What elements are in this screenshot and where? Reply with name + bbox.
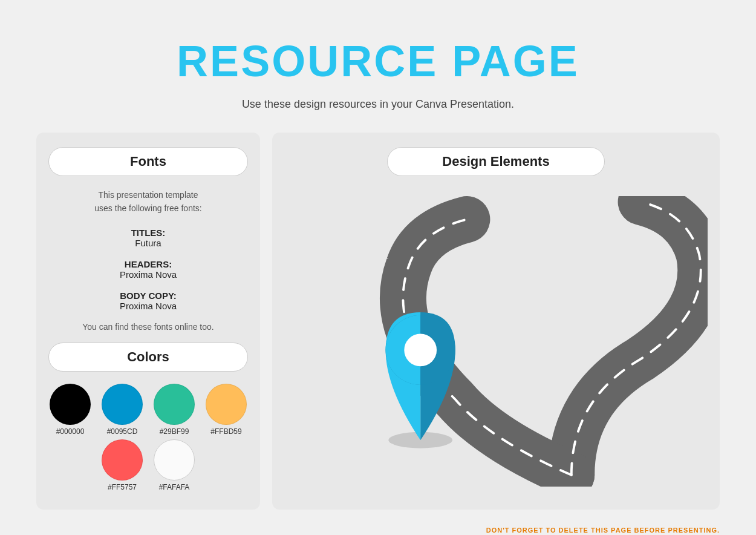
page-wrapper: RESOURCE PAGE Use these design resources…: [0, 0, 756, 535]
font-online-note: You can find these fonts online too.: [48, 322, 248, 332]
color-swatch: #FFBD59: [206, 384, 247, 436]
colors-section: Colors #000000#0095CD#29BF99#FFBD59 #FF5…: [48, 343, 248, 491]
left-panel: Fonts This presentation template uses th…: [36, 133, 260, 510]
page-title: RESOURCE PAGE: [177, 36, 579, 86]
color-swatch: #000000: [50, 384, 91, 436]
color-circle: [154, 439, 195, 481]
design-illustration: [284, 196, 708, 487]
font-name-proxima-headers: Proxima Nova: [48, 269, 248, 280]
color-circle: [50, 384, 91, 425]
font-label-body: BODY COPY:: [48, 290, 248, 301]
color-swatches-row-2: #FF5757#FAFAFA: [48, 439, 248, 491]
font-label-headers: HEADERS:: [48, 259, 248, 269]
color-circle: [102, 384, 143, 425]
color-swatch: #FAFAFA: [154, 439, 195, 491]
svg-point-3: [404, 334, 437, 367]
font-entry-body: BODY COPY: Proxima Nova: [48, 290, 248, 311]
fonts-header: Fonts: [48, 147, 248, 176]
font-entry-titles: TITLES: Futura: [48, 228, 248, 248]
color-hex-label: #0095CD: [107, 427, 138, 436]
color-hex-label: #FF5757: [108, 483, 137, 491]
color-swatches-row-1: #000000#0095CD#29BF99#FFBD59: [48, 384, 248, 436]
color-hex-label: #000000: [56, 427, 85, 436]
font-name-proxima-body: Proxima Nova: [48, 301, 248, 311]
color-swatch: #0095CD: [102, 384, 143, 436]
footer-warning: DON'T FORGET TO DELETE THIS PAGE BEFORE …: [486, 527, 720, 534]
color-hex-label: #FAFAFA: [159, 483, 190, 491]
page-subtitle: Use these design resources in your Canva…: [242, 98, 514, 111]
font-entry-headers: HEADERS: Proxima Nova: [48, 259, 248, 280]
fonts-description: This presentation template uses the foll…: [48, 188, 248, 215]
color-circle: [206, 384, 247, 425]
font-label-titles: TITLES:: [48, 228, 248, 238]
design-elements-area: [284, 188, 708, 495]
color-swatch: #FF5757: [102, 439, 143, 491]
color-circle: [154, 384, 195, 425]
color-hex-label: #29BF99: [160, 427, 189, 436]
color-circle: [102, 439, 143, 481]
panels-row: Fonts This presentation template uses th…: [36, 133, 720, 510]
design-elements-header: Design Elements: [387, 147, 605, 176]
color-swatch: #29BF99: [154, 384, 195, 436]
colors-header: Colors: [48, 343, 248, 372]
font-name-futura: Futura: [48, 238, 248, 248]
color-hex-label: #FFBD59: [210, 427, 241, 436]
right-panel: Design Elements: [272, 133, 720, 510]
